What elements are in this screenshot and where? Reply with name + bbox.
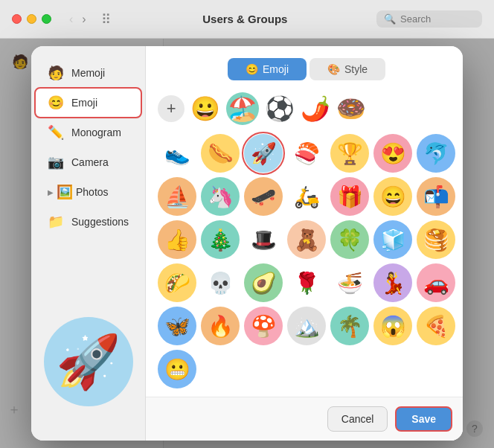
- emoji-cell[interactable]: 🏔️: [287, 307, 326, 345]
- sidebar-item-photos[interactable]: ▶ 🖼️ Photos: [36, 178, 141, 206]
- emoji-cell[interactable]: 🛹: [244, 177, 283, 216]
- preview-area: 🚀: [31, 310, 145, 414]
- emoji-cell[interactable]: 🚀: [244, 134, 283, 173]
- modal-overlay: 🧑 Memoji 😊 Emoji ✏️ Monogram 📷 Camera ▶: [0, 39, 494, 448]
- emoji-cell[interactable]: 😄: [373, 177, 412, 216]
- emoji-cell[interactable]: 🦋: [158, 307, 196, 345]
- emoji-cell[interactable]: 🍣: [287, 134, 326, 173]
- emoji-top-2: 🏖️: [226, 92, 259, 125]
- modal-tabs: 😊 Emoji 🎨 Style: [146, 46, 463, 80]
- tab-emoji[interactable]: 😊 Emoji: [228, 58, 307, 80]
- emoji-grid: 👟🌭🚀🍣🏆😍🐬⛵🦄🛹🛵🎁😄📬👍🎄🎩🧸🍀🧊🥞🌮💀🥑🌹🍜💃🚗🦋🔥🍄🏔️🌴😱🍕😬: [155, 131, 458, 391]
- emoji-cell[interactable]: 🍕: [417, 307, 455, 345]
- tab-style-label: Style: [344, 63, 368, 75]
- emoji-cell[interactable]: 🌹: [287, 263, 326, 302]
- camera-icon: 📷: [48, 154, 64, 170]
- modal-main: 😊 Emoji 🎨 Style + 😀 🏖️ ⚽: [146, 46, 463, 441]
- cancel-button[interactable]: Cancel: [327, 406, 388, 432]
- emoji-grid-header: + 😀 🏖️ ⚽ 🌶️ 🍩: [155, 89, 458, 131]
- title-bar: ‹ › ⠿ Users & Groups 🔍: [0, 0, 494, 39]
- modal-footer: Cancel Save: [146, 397, 463, 441]
- nav-arrows: ‹ ›: [66, 11, 89, 28]
- sidebar-item-memoji[interactable]: 🧑 Memoji: [36, 59, 141, 87]
- emoji-label: Emoji: [71, 97, 97, 109]
- preview-emoji: 🚀: [56, 331, 121, 392]
- emoji-cell[interactable]: 🌭: [201, 134, 240, 173]
- emoji-cell[interactable]: 🔥: [201, 307, 240, 345]
- emoji-cell[interactable]: 🥞: [417, 220, 455, 259]
- photos-icon: 🖼️: [57, 184, 73, 200]
- emoji-top-1: 😀: [190, 95, 220, 123]
- search-bar: 🔍: [376, 10, 482, 28]
- emoji-cell[interactable]: 🍜: [330, 263, 369, 302]
- emoji-cell[interactable]: 😍: [373, 134, 412, 173]
- emoji-cell[interactable]: 🏆: [330, 134, 369, 173]
- photos-label: Photos: [76, 186, 109, 198]
- monogram-icon: ✏️: [48, 124, 64, 141]
- emoji-cell[interactable]: 🛵: [287, 177, 326, 216]
- emoji-icon: 😊: [48, 95, 64, 111]
- search-icon: 🔍: [384, 13, 396, 25]
- save-button[interactable]: Save: [395, 406, 452, 432]
- emoji-cell[interactable]: 🍀: [330, 220, 369, 259]
- suggestions-icon: 📁: [48, 214, 64, 230]
- forward-button[interactable]: ›: [79, 11, 89, 28]
- close-button[interactable]: [12, 14, 22, 24]
- window-title: Users & Groups: [123, 13, 368, 25]
- avatar-preview: 🚀: [44, 317, 133, 406]
- emoji-cell[interactable]: 🎁: [330, 177, 369, 216]
- camera-label: Camera: [71, 156, 109, 168]
- emoji-picker-modal: 🧑 Memoji 😊 Emoji ✏️ Monogram 📷 Camera ▶: [31, 46, 463, 441]
- emoji-top-4: 🌶️: [301, 95, 330, 123]
- emoji-cell[interactable]: 👟: [158, 134, 196, 173]
- search-input[interactable]: [400, 13, 475, 25]
- back-button[interactable]: ‹: [66, 11, 76, 28]
- sidebar-item-suggestions[interactable]: 📁 Suggestions: [36, 208, 141, 236]
- sidebar-item-emoji[interactable]: 😊 Emoji: [36, 89, 141, 117]
- emoji-cell[interactable]: 😱: [373, 307, 412, 345]
- emoji-cell[interactable]: ⛵: [158, 177, 196, 216]
- emoji-cell[interactable]: 🥑: [244, 263, 283, 302]
- traffic-lights: [12, 14, 51, 24]
- suggestions-label: Suggestions: [71, 216, 129, 228]
- emoji-cell[interactable]: 💀: [201, 263, 240, 302]
- memoji-label: Memoji: [71, 67, 105, 79]
- minimize-button[interactable]: [27, 14, 36, 24]
- tab-emoji-label: Emoji: [263, 63, 289, 75]
- sidebar-item-camera[interactable]: 📷 Camera: [36, 148, 141, 176]
- tab-style-icon: 🎨: [327, 63, 340, 75]
- emoji-cell[interactable]: 🐬: [417, 134, 455, 173]
- emoji-cell[interactable]: 😬: [158, 350, 196, 388]
- emoji-cell[interactable]: 💃: [373, 263, 412, 302]
- emoji-cell[interactable]: 🧊: [373, 220, 412, 259]
- emoji-cell[interactable]: 👍: [158, 220, 196, 259]
- emoji-cell[interactable]: 📬: [417, 177, 455, 216]
- emoji-cell[interactable]: 🍄: [244, 307, 283, 345]
- add-emoji-button[interactable]: +: [158, 95, 185, 122]
- monogram-label: Monogram: [71, 127, 121, 138]
- main-content: 🧑 Memoji 🏠 ＋ ? 🧑 Memoji 😊 Emoji: [0, 39, 494, 448]
- tab-emoji-icon: 😊: [246, 63, 258, 75]
- emoji-top-5: 🍩: [336, 95, 366, 123]
- emoji-cell[interactable]: 🧸: [287, 220, 326, 259]
- emoji-cell[interactable]: 🚗: [417, 263, 455, 302]
- emoji-cell[interactable]: 🎄: [201, 220, 240, 259]
- grid-icon: ⠿: [101, 11, 111, 28]
- emoji-cell[interactable]: 🌮: [158, 263, 196, 302]
- emoji-cell[interactable]: 🎩: [244, 220, 283, 259]
- emoji-grid-container[interactable]: + 😀 🏖️ ⚽ 🌶️ 🍩 👟🌭🚀🍣🏆😍🐬⛵🦄🛹🛵🎁😄📬👍🎄🎩🧸🍀🧊🥞🌮💀🥑🌹🍜…: [146, 80, 463, 397]
- emoji-cell[interactable]: 🦄: [201, 177, 240, 216]
- memoji-icon: 🧑: [48, 65, 64, 81]
- expand-arrow-icon: ▶: [48, 188, 54, 196]
- maximize-button[interactable]: [42, 14, 51, 24]
- sidebar-item-monogram[interactable]: ✏️ Monogram: [36, 118, 141, 147]
- emoji-top-3: ⚽: [265, 95, 295, 123]
- emoji-cell[interactable]: 🌴: [330, 307, 369, 345]
- tab-style[interactable]: 🎨 Style: [309, 58, 385, 80]
- modal-sidebar: 🧑 Memoji 😊 Emoji ✏️ Monogram 📷 Camera ▶: [31, 46, 146, 441]
